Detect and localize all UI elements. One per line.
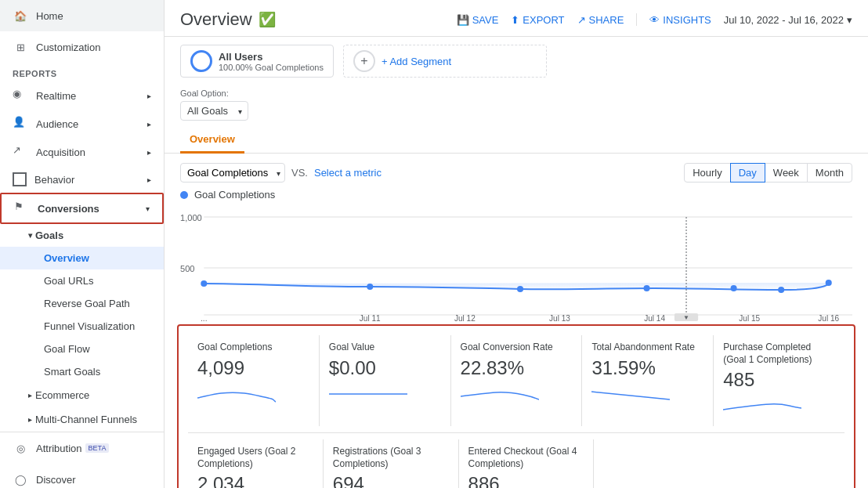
insights-label: INSIGHTS bbox=[663, 14, 711, 26]
metric-card-entered-checkout: Entered Checkout (Goal 4 Completions) 88… bbox=[459, 439, 595, 488]
svg-point-7 bbox=[517, 286, 523, 292]
sidebar-acquisition-label: Acquisition bbox=[36, 146, 85, 158]
header-divider bbox=[636, 13, 637, 26]
audience-icon: 👤 bbox=[13, 116, 28, 132]
export-icon: ⬆ bbox=[511, 14, 519, 26]
svg-text:Jul 11: Jul 11 bbox=[360, 314, 381, 323]
sidebar-goalurls-label: Goal URLs bbox=[44, 275, 94, 287]
sidebar-item-goal-flow[interactable]: Goal Flow bbox=[0, 338, 164, 360]
sidebar-item-ecommerce[interactable]: ▸ Ecommerce bbox=[0, 383, 164, 407]
sparkline-conversion-rate bbox=[461, 382, 539, 406]
sidebar-attribution-label: Attribution bbox=[36, 443, 82, 454]
metric-card-empty-1 bbox=[594, 439, 844, 488]
metric-cards-row-2: Engaged Users (Goal 2 Completions) 2,034… bbox=[188, 439, 844, 488]
sidebar-item-smart-goals[interactable]: Smart Goals bbox=[0, 360, 164, 383]
sidebar-item-realtime[interactable]: ◉ Realtime ▸ bbox=[0, 81, 164, 110]
metric-value-goal-completions: 4,099 bbox=[197, 357, 309, 379]
sidebar-goals-label: Goals bbox=[35, 230, 63, 241]
svg-point-6 bbox=[367, 284, 373, 290]
time-btn-week[interactable]: Week bbox=[765, 163, 808, 183]
metric-title-abandonment-rate: Total Abandonment Rate bbox=[591, 342, 703, 354]
export-button[interactable]: ⬆ EXPORT bbox=[511, 14, 564, 26]
legend-label: Goal Completions bbox=[194, 189, 275, 201]
legend-dot bbox=[180, 191, 188, 199]
metric-value-engaged-users: 2,034 bbox=[197, 473, 313, 488]
insights-icon: 👁 bbox=[649, 14, 660, 26]
sidebar-item-attribution[interactable]: ◎ Attribution BETA bbox=[0, 432, 164, 464]
goal-option-label: Goal Option: bbox=[180, 89, 852, 98]
sidebar-item-discover[interactable]: ◯ Discover bbox=[0, 464, 164, 488]
time-btn-hourly[interactable]: Hourly bbox=[684, 163, 731, 183]
segment-all-users[interactable]: All Users 100.00% Goal Completions bbox=[180, 45, 334, 78]
page-title: Overview ✅ bbox=[180, 9, 276, 30]
metric-title-goal-completions: Goal Completions bbox=[197, 342, 309, 354]
sparkline-goal-completions bbox=[197, 382, 276, 406]
metric-select[interactable]: Goal Completions bbox=[180, 163, 285, 183]
sidebar-item-behavior[interactable]: Behavior ▸ bbox=[0, 166, 164, 193]
sidebar-multichannel-label: Multi-Channel Funnels bbox=[35, 414, 137, 425]
tabs-bar: Overview bbox=[165, 127, 868, 154]
sidebar-item-goal-urls[interactable]: Goal URLs bbox=[0, 269, 164, 292]
sidebar: 🏠 Home ⊞ Customization REPORTS ◉ Realtim… bbox=[0, 0, 165, 488]
sparkline-abandonment-rate bbox=[591, 382, 670, 406]
sidebar-item-funnel-visualization[interactable]: Funnel Visualization bbox=[0, 315, 164, 338]
chart-container: 1,000 500 bbox=[180, 205, 852, 315]
segment-info: All Users 100.00% Goal Completions bbox=[219, 51, 324, 72]
chevron-right-icon: ▸ bbox=[147, 120, 151, 128]
verified-icon: ✅ bbox=[259, 11, 276, 28]
sidebar-item-home[interactable]: 🏠 Home bbox=[0, 0, 164, 31]
sidebar-item-reverse-goal-path[interactable]: Reverse Goal Path bbox=[0, 292, 164, 315]
metric-card-conversion-rate: Goal Conversion Rate 22.83% bbox=[451, 335, 583, 426]
sidebar-item-multi-channel[interactable]: ▸ Multi-Channel Funnels bbox=[0, 407, 164, 432]
tab-overview[interactable]: Overview bbox=[180, 127, 244, 154]
header-actions: 💾 SAVE ⬆ EXPORT ↗ SHARE 👁 INSIGHTS Jul 1… bbox=[457, 13, 852, 26]
metric-value-abandonment-rate: 31.59% bbox=[591, 357, 703, 379]
sidebar-reversegoalpath-label: Reverse Goal Path bbox=[44, 298, 130, 309]
metric-title-entered-checkout: Entered Checkout (Goal 4 Completions) bbox=[468, 446, 584, 470]
metric-card-goal-value: Goal Value $0.00 bbox=[320, 335, 451, 426]
insights-button[interactable]: 👁 INSIGHTS bbox=[649, 14, 711, 26]
sidebar-item-acquisition[interactable]: ↗ Acquisition ▸ bbox=[0, 138, 164, 166]
chevron-right-icon: ▸ bbox=[28, 391, 32, 399]
sidebar-smartgoals-label: Smart Goals bbox=[44, 366, 100, 378]
svg-text:Jul 14: Jul 14 bbox=[644, 314, 665, 323]
save-button[interactable]: 💾 SAVE bbox=[457, 14, 499, 26]
sidebar-conversions-label: Conversions bbox=[38, 203, 99, 215]
home-icon: 🏠 bbox=[13, 8, 28, 23]
svg-text:Jul 12: Jul 12 bbox=[454, 314, 476, 323]
main-content-area: Overview ✅ 💾 SAVE ⬆ EXPORT ↗ SHARE 👁 INS… bbox=[165, 0, 868, 488]
metric-card-purchase-completed: Purchase Completed (Goal 1 Completions) … bbox=[714, 335, 844, 426]
sidebar-item-goals[interactable]: ▾ Goals bbox=[0, 224, 164, 247]
metric-cards-section: Goal Completions 4,099 Goal Value $0.00 … bbox=[177, 324, 855, 488]
sparkline-goal-value bbox=[329, 382, 407, 406]
share-icon: ↗ bbox=[577, 14, 586, 26]
svg-point-5 bbox=[201, 280, 207, 287]
date-range-picker[interactable]: Jul 10, 2022 - Jul 16, 2022 ▾ bbox=[724, 14, 852, 26]
metric-title-goal-value: Goal Value bbox=[329, 342, 441, 354]
sidebar-item-audience[interactable]: 👤 Audience ▸ bbox=[0, 110, 164, 138]
goal-select[interactable]: All Goals bbox=[180, 101, 248, 121]
metric-value-registrations: 694 bbox=[333, 473, 449, 488]
chevron-right-icon: ▸ bbox=[147, 175, 151, 184]
sidebar-item-conversions[interactable]: ⚑ Conversions ▾ bbox=[0, 193, 164, 224]
sidebar-audience-label: Audience bbox=[36, 118, 78, 130]
share-label: SHARE bbox=[589, 14, 624, 26]
sidebar-item-customization[interactable]: ⊞ Customization bbox=[0, 31, 164, 63]
chevron-down-icon: ▾ bbox=[847, 14, 852, 26]
customization-icon: ⊞ bbox=[13, 39, 28, 55]
conversions-icon: ⚑ bbox=[14, 201, 30, 216]
metric-title-engaged-users: Engaged Users (Goal 2 Completions) bbox=[197, 446, 313, 470]
select-metric-link[interactable]: Select a metric bbox=[314, 167, 382, 179]
chart-controls: Goal Completions VS. Select a metric Hou… bbox=[180, 163, 852, 183]
sidebar-item-overview[interactable]: Overview bbox=[0, 247, 164, 269]
metric-value-goal-value: $0.00 bbox=[329, 357, 441, 379]
share-button[interactable]: ↗ SHARE bbox=[577, 14, 624, 26]
time-btn-month[interactable]: Month bbox=[807, 163, 852, 183]
svg-text:Jul 15: Jul 15 bbox=[739, 314, 760, 323]
time-btn-day[interactable]: Day bbox=[730, 163, 765, 183]
sidebar-item-customization-label: Customization bbox=[36, 42, 100, 53]
segment-circle bbox=[190, 50, 212, 72]
svg-point-11 bbox=[826, 280, 832, 286]
add-segment-button[interactable]: + + Add Segment bbox=[343, 45, 547, 78]
goal-option-bar: Goal Option: All Goals bbox=[165, 85, 868, 127]
